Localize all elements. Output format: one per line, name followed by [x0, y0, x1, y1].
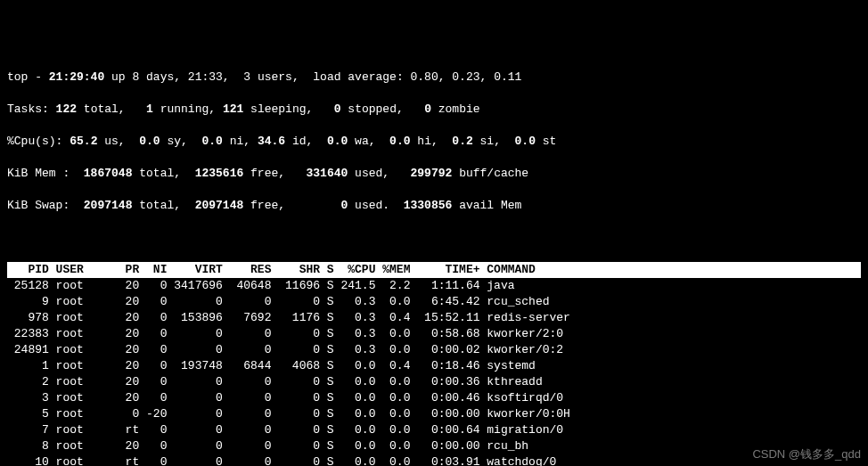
table-row: 7 root rt 0 0 0 0 S 0.0 0.0 0:00.64 migr…	[7, 422, 861, 438]
summary-line-swap: KiB Swap: 2097148 total, 2097148 free, 0…	[7, 198, 861, 214]
table-row: 3 root 20 0 0 0 0 S 0.0 0.0 0:00.46 ksof…	[7, 390, 861, 406]
table-row: 978 root 20 0 153896 7692 1176 S 0.3 0.4…	[7, 310, 861, 326]
table-row: 9 root 20 0 0 0 0 S 0.3 0.0 6:45.42 rcu_…	[7, 294, 861, 310]
table-row: 8 root 20 0 0 0 0 S 0.0 0.0 0:00.00 rcu_…	[7, 438, 861, 454]
table-row: 5 root 0 -20 0 0 0 S 0.0 0.0 0:00.00 kwo…	[7, 406, 861, 422]
table-row: 10 root rt 0 0 0 0 S 0.0 0.0 0:03.91 wat…	[7, 454, 861, 466]
process-list: 25128 root 20 0 3417696 40648 11696 S 24…	[7, 278, 861, 466]
blank-line	[7, 230, 861, 246]
column-header: PID USER PR NI VIRT RES SHR S %CPU %MEM …	[7, 262, 861, 278]
table-row: 24891 root 20 0 0 0 0 S 0.3 0.0 0:00.02 …	[7, 342, 861, 358]
table-row: 25128 root 20 0 3417696 40648 11696 S 24…	[7, 278, 861, 294]
summary-line-mem: KiB Mem : 1867048 total, 1235616 free, 3…	[7, 166, 861, 182]
summary-line-cpu: %Cpu(s): 65.2 us, 0.0 sy, 0.0 ni, 34.6 i…	[7, 134, 861, 150]
table-row: 1 root 20 0 193748 6844 4068 S 0.0 0.4 0…	[7, 358, 861, 374]
summary-line-1: top - 21:29:40 up 8 days, 21:33, 3 users…	[7, 69, 861, 86]
table-row: 2 root 20 0 0 0 0 S 0.0 0.0 0:00.36 kthr…	[7, 374, 861, 390]
summary-line-tasks: Tasks: 122 total, 1 running, 121 sleepin…	[7, 102, 861, 118]
watermark: CSDN @钱多多_qdd	[752, 446, 861, 462]
table-row: 22383 root 20 0 0 0 0 S 0.3 0.0 0:58.68 …	[7, 326, 861, 342]
